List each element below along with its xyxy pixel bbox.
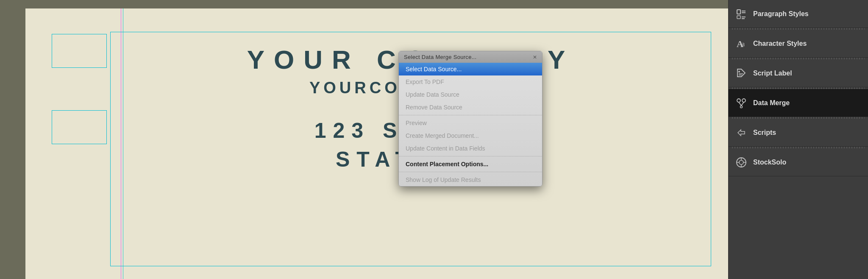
svg-point-11 (737, 99, 740, 102)
character-styles-label: Character Styles (753, 40, 807, 47)
small-box-bottom (52, 110, 107, 144)
menu-item-create-merged-document: Create Merged Document... (399, 129, 542, 142)
menu-item-select-data-source[interactable]: Select Data Source... (399, 63, 542, 75)
svg-point-13 (740, 106, 743, 108)
page-background: YOUR COMPANY YOURCOMPANY@W 123 STREET ST… (25, 8, 728, 279)
scripts-label: Scripts (753, 129, 776, 137)
menu-item-preview: Preview (399, 117, 542, 129)
sidebar-item-data-merge[interactable]: Data Merge (729, 89, 868, 117)
data-merge-icon (734, 95, 749, 111)
small-box-top (52, 34, 107, 68)
svg-rect-0 (737, 10, 740, 14)
menu-header-title: Select Data Merge Source... (404, 54, 476, 60)
menu-item-show-log: Show Log of Update Results (399, 173, 542, 186)
scripts-icon (734, 125, 749, 140)
svg-rect-1 (737, 16, 740, 19)
canvas-area: YOUR COMPANY YOURCOMPANY@W 123 STREET ST… (0, 0, 728, 279)
right-panel: Paragraph Styles A a Character Styles Sc… (728, 0, 868, 279)
svg-point-8 (738, 71, 740, 73)
svg-text:a: a (742, 40, 745, 47)
sidebar-item-stocksolo[interactable]: StockSolo (729, 148, 868, 176)
stocksolo-icon (734, 155, 749, 170)
context-menu: Select Data Merge Source... ✕ Select Dat… (398, 51, 542, 187)
menu-item-update-data-source: Update Data Source (399, 88, 542, 101)
stocksolo-label: StockSolo (753, 159, 786, 166)
menu-item-update-content: Update Content in Data Fields (399, 142, 542, 155)
menu-item-export-pdf: Export To PDF (399, 75, 542, 88)
script-label-label: Script Label (753, 70, 792, 77)
character-styles-icon: A a (734, 36, 749, 51)
paragraph-styles-icon (734, 6, 749, 22)
menu-header: Select Data Merge Source... ✕ (399, 51, 542, 63)
sidebar-item-script-label[interactable]: Script Label (729, 59, 868, 87)
menu-separator-3 (399, 172, 542, 172)
data-merge-label: Data Merge (753, 99, 790, 107)
sidebar-item-character-styles[interactable]: A a Character Styles (729, 30, 868, 58)
menu-separator-2 (399, 156, 542, 156)
sidebar-item-paragraph-styles[interactable]: Paragraph Styles (729, 0, 868, 28)
script-label-icon (734, 66, 749, 81)
sidebar-item-scripts[interactable]: Scripts (729, 119, 868, 147)
svg-point-12 (742, 99, 746, 102)
menu-item-content-placement[interactable]: Content Placement Options... (399, 158, 542, 170)
menu-close-icon[interactable]: ✕ (533, 54, 537, 60)
menu-item-remove-data-source: Remove Data Source (399, 101, 542, 114)
svg-point-15 (739, 160, 743, 165)
paragraph-styles-label: Paragraph Styles (753, 10, 809, 18)
menu-separator-1 (399, 115, 542, 115)
